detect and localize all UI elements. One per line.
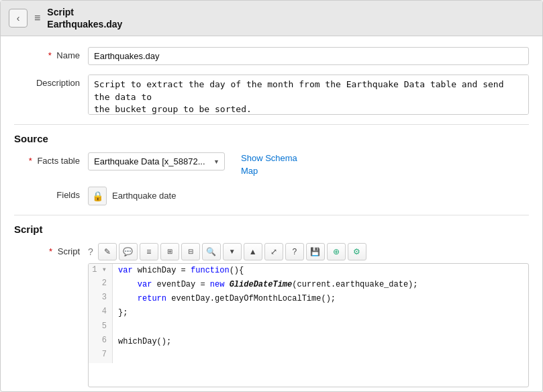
toolbar-down-btn[interactable]: ▼ — [223, 243, 242, 260]
description-label: Description — [14, 75, 88, 88]
toolbar-list-btn[interactable]: ≡ — [140, 243, 158, 260]
script-section-title: Script — [14, 224, 529, 235]
line-content-3: return eventDay.getDayOfMonthLocalTime()… — [113, 292, 528, 306]
description-row: Description Script to extract the day of… — [14, 75, 529, 115]
arrow-up-icon: ▲ — [249, 247, 257, 256]
script-label: * Script — [14, 243, 88, 256]
fullscreen-icon: ⤢ — [270, 247, 277, 256]
line-content-1: var whichDay = function(){ — [113, 264, 528, 278]
list-icon: ≡ — [146, 247, 151, 256]
toolbar-help-icon: ? — [292, 247, 297, 256]
line-content-7 — [113, 349, 528, 363]
facts-table-select-wrapper: Earthquake Data [x_58872... — [88, 152, 225, 170]
line-num-3: 3 — [89, 292, 113, 306]
content-area: * Name Description Script to extract the… — [1, 36, 542, 391]
toolbar-comment-btn[interactable]: 💬 — [119, 243, 138, 260]
add-icon: ⊕ — [333, 247, 340, 256]
description-input[interactable]: Script to extract the day of the month f… — [88, 75, 529, 115]
script-editor-wrapper: ? ✎ 💬 ≡ ⊞ ⊟ — [88, 243, 529, 387]
code-line-7: 7 — [89, 349, 528, 363]
line-num-5: 5 — [89, 321, 113, 335]
line-num-7: 7 — [89, 349, 113, 363]
toolbar-help-btn[interactable]: ? — [285, 243, 304, 260]
script-row: * Script ? ✎ 💬 ≡ — [14, 243, 529, 387]
code-line-1: 1 ▾ var whichDay = function(){ — [89, 264, 528, 278]
field-name: Earthquake date — [112, 191, 176, 201]
outdent-icon: ⊟ — [188, 248, 193, 255]
page-title: Script Earthquakes.day — [47, 6, 122, 30]
script-toolbar: ? ✎ 💬 ≡ ⊞ ⊟ — [88, 243, 529, 260]
map-link[interactable]: Map — [241, 165, 297, 177]
main-window: ‹ ≡ Script Earthquakes.day * Name Descri… — [0, 0, 543, 392]
code-line-4: 4 }; — [89, 306, 528, 320]
line-num-4: 4 — [89, 306, 113, 320]
save-icon: 💾 — [310, 247, 320, 256]
toolbar-indent-btn[interactable]: ⊞ — [160, 243, 179, 260]
schema-map-links: Show Schema Map — [233, 152, 297, 177]
toolbar-settings-btn[interactable]: ⚙ — [348, 243, 366, 260]
lock-button[interactable]: 🔒 — [88, 187, 107, 205]
facts-table-label: * Facts table — [14, 152, 88, 166]
code-line-6: 6 whichDay(); — [89, 335, 528, 349]
indent-icon: ⊞ — [167, 248, 172, 255]
script-section: Script * Script ? ✎ 💬 — [14, 215, 529, 387]
menu-icon[interactable]: ≡ — [34, 12, 40, 24]
toolbar-edit-btn[interactable]: ✎ — [98, 243, 117, 260]
lock-icon: 🔒 — [92, 191, 103, 201]
toolbar-outdent-btn[interactable]: ⊟ — [181, 243, 200, 260]
toolbar-fullscreen-btn[interactable]: ⤢ — [264, 243, 283, 260]
code-editor[interactable]: 1 ▾ var whichDay = function(){ 2 var eve… — [88, 263, 529, 387]
show-schema-link[interactable]: Show Schema — [241, 152, 297, 164]
toolbar-search-btn[interactable]: 🔍 — [202, 243, 221, 260]
required-star-2: * — [29, 156, 32, 166]
name-row: * Name — [14, 47, 529, 65]
facts-table-row: * Facts table Earthquake Data [x_58872..… — [14, 152, 529, 177]
code-line-2: 2 var eventDay = new GlideDateTime(curre… — [89, 278, 528, 292]
fields-label: Fields — [14, 187, 88, 200]
name-input[interactable] — [88, 47, 529, 65]
required-star: * — [48, 50, 52, 60]
line-content-2: var eventDay = new GlideDateTime(current… — [113, 278, 528, 292]
help-icon[interactable]: ? — [88, 246, 93, 257]
comment-icon: 💬 — [123, 247, 133, 256]
facts-table-select[interactable]: Earthquake Data [x_58872... — [88, 152, 225, 170]
line-content-6: whichDay(); — [113, 335, 528, 349]
arrow-down-icon: ▼ — [229, 248, 236, 255]
line-num-2: 2 — [89, 278, 113, 292]
fields-row: Fields 🔒 Earthquake date — [14, 187, 529, 205]
edit-icon: ✎ — [104, 247, 111, 256]
fields-value-area: 🔒 Earthquake date — [88, 187, 176, 205]
toolbar-up-btn[interactable]: ▲ — [244, 243, 262, 260]
code-line-5: 5 — [89, 321, 528, 335]
back-button[interactable]: ‹ — [9, 9, 28, 28]
line-content-4: }; — [113, 306, 528, 320]
name-label: * Name — [14, 47, 88, 60]
code-line-3: 3 return eventDay.getDayOfMonthLocalTime… — [89, 292, 528, 306]
source-section-header: Source — [14, 124, 529, 144]
toolbar-add-btn[interactable]: ⊕ — [327, 243, 346, 260]
line-num-1: 1 ▾ — [89, 264, 113, 278]
title-bar: ‹ ≡ Script Earthquakes.day — [1, 1, 542, 36]
line-content-5 — [113, 321, 528, 335]
line-num-6: 6 — [89, 335, 113, 349]
required-star-3: * — [49, 246, 52, 256]
search-icon: 🔍 — [206, 247, 216, 256]
toolbar-save-btn[interactable]: 💾 — [306, 243, 325, 260]
back-icon: ‹ — [17, 13, 20, 23]
settings-icon: ⚙ — [353, 247, 360, 256]
code-lines: 1 ▾ var whichDay = function(){ 2 var eve… — [89, 264, 528, 363]
